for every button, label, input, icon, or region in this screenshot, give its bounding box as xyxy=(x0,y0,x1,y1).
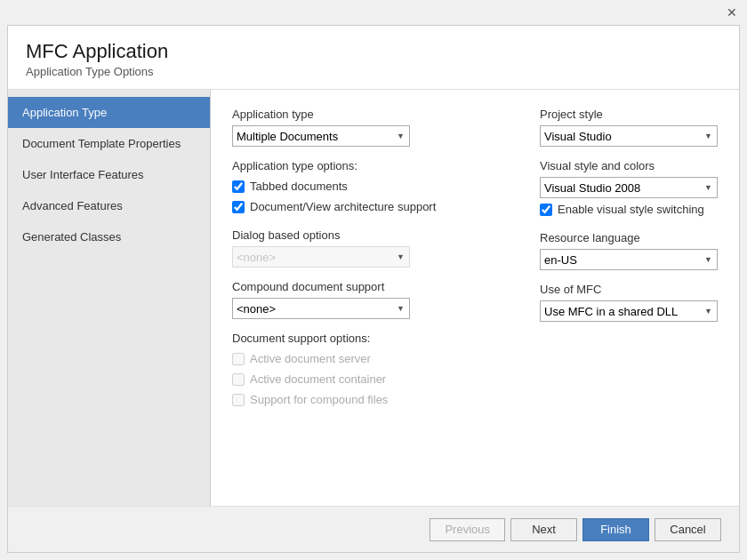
visual-style-group: Visual style and colors Visual Studio 20… xyxy=(540,159,718,219)
tabbed-documents-checkbox[interactable] xyxy=(232,180,245,193)
dialog-header: MFC Application Application Type Options xyxy=(8,26,739,90)
active-doc-server-checkbox xyxy=(232,353,245,365)
resource-language-select-wrapper: en-US en-GB de-DE fr-FR xyxy=(540,249,718,270)
use-mfc-select[interactable]: Use MFC in a shared DLL Use MFC in a sta… xyxy=(540,300,718,322)
dialog: MFC Application Application Type Options… xyxy=(7,25,740,553)
docview-label: Document/View architecture support xyxy=(250,200,436,213)
application-type-label: Application type xyxy=(232,108,518,121)
right-column: Project style Visual Studio MFC Standard… xyxy=(540,108,718,488)
support-compound-files-checkbox xyxy=(232,394,245,406)
cancel-button[interactable]: Cancel xyxy=(655,518,721,541)
use-mfc-label: Use of MFC xyxy=(540,283,718,296)
visual-style-select[interactable]: Visual Studio 2008 Windows Native/Defaul… xyxy=(540,177,718,198)
docview-checkbox[interactable] xyxy=(232,201,245,213)
compound-support-label: Compound document support xyxy=(232,280,518,293)
use-mfc-select-wrapper: Use MFC in a shared DLL Use MFC in a sta… xyxy=(540,300,718,322)
compound-support-group: Compound document support <none> Contain… xyxy=(232,280,518,319)
active-doc-server-label: Active document server xyxy=(250,352,371,365)
sidebar-item-application-type[interactable]: Application Type xyxy=(8,97,210,128)
docview-row: Document/View architecture support xyxy=(232,200,518,213)
resource-language-label: Resource language xyxy=(540,231,718,244)
application-type-group: Application type Multiple Documents Sing… xyxy=(232,108,518,147)
sidebar-item-advanced-features[interactable]: Advanced Features xyxy=(8,190,210,221)
finish-button[interactable]: Finish xyxy=(582,518,649,541)
support-compound-files-row: Support for compound files xyxy=(232,393,518,406)
close-button[interactable]: ✕ xyxy=(724,4,740,20)
active-doc-server-row: Active document server xyxy=(232,352,518,365)
app-type-options-group: Application type options: Tabbed documen… xyxy=(232,159,518,216)
dialog-based-group: Dialog based options <none> xyxy=(232,228,518,268)
project-style-select[interactable]: Visual Studio MFC Standard Office xyxy=(540,125,718,147)
compound-support-select-wrapper: <none> Container Mini-server Full-server… xyxy=(232,298,410,319)
dialog-based-select-wrapper: <none> xyxy=(232,246,410,268)
project-style-label: Project style xyxy=(540,108,718,121)
sidebar-item-document-template[interactable]: Document Template Properties xyxy=(8,128,210,159)
left-column: Application type Multiple Documents Sing… xyxy=(232,108,518,488)
title-bar: ✕ xyxy=(0,0,747,25)
doc-support-group: Document support options: Active documen… xyxy=(232,332,518,409)
sidebar-item-user-interface[interactable]: User Interface Features xyxy=(8,159,210,190)
dialog-based-select: <none> xyxy=(232,246,410,268)
active-doc-container-row: Active document container xyxy=(232,372,518,386)
project-style-select-wrapper: Visual Studio MFC Standard Office xyxy=(540,125,718,147)
dialog-subtitle: Application Type Options xyxy=(26,65,721,78)
enable-visual-switching-label: Enable visual style switching xyxy=(558,203,704,216)
application-type-select-wrapper: Multiple Documents Single Document Dialo… xyxy=(232,125,410,147)
doc-support-label: Document support options: xyxy=(232,332,518,345)
resource-language-select[interactable]: en-US en-GB de-DE fr-FR xyxy=(540,249,718,270)
active-doc-container-checkbox xyxy=(232,373,245,386)
enable-visual-switching-checkbox[interactable] xyxy=(540,204,552,216)
project-style-group: Project style Visual Studio MFC Standard… xyxy=(540,108,718,147)
tabbed-documents-label: Tabbed documents xyxy=(250,180,348,193)
next-button[interactable]: Next xyxy=(510,518,577,541)
visual-style-label: Visual style and colors xyxy=(540,159,718,172)
dialog-body: Application Type Document Template Prope… xyxy=(8,90,739,506)
dialog-title: MFC Application xyxy=(26,40,721,63)
visual-style-select-wrapper: Visual Studio 2008 Windows Native/Defaul… xyxy=(540,177,718,198)
tabbed-docs-row: Tabbed documents xyxy=(232,180,518,193)
resource-language-group: Resource language en-US en-GB de-DE fr-F… xyxy=(540,231,718,270)
use-mfc-group: Use of MFC Use MFC in a shared DLL Use M… xyxy=(540,283,718,322)
previous-button[interactable]: Previous xyxy=(430,518,505,541)
main-content: Application type Multiple Documents Sing… xyxy=(211,90,739,506)
sidebar-item-generated-classes[interactable]: Generated Classes xyxy=(8,221,210,252)
compound-support-select[interactable]: <none> Container Mini-server Full-server… xyxy=(232,298,410,319)
active-doc-container-label: Active document container xyxy=(250,372,386,386)
enable-visual-switching-row: Enable visual style switching xyxy=(540,203,718,216)
app-type-options-label: Application type options: xyxy=(232,159,518,172)
dialog-based-label: Dialog based options xyxy=(232,228,518,242)
support-compound-files-label: Support for compound files xyxy=(250,393,388,406)
dialog-footer: Previous Next Finish Cancel xyxy=(8,506,739,552)
sidebar: Application Type Document Template Prope… xyxy=(8,90,211,506)
application-type-select[interactable]: Multiple Documents Single Document Dialo… xyxy=(232,125,410,147)
